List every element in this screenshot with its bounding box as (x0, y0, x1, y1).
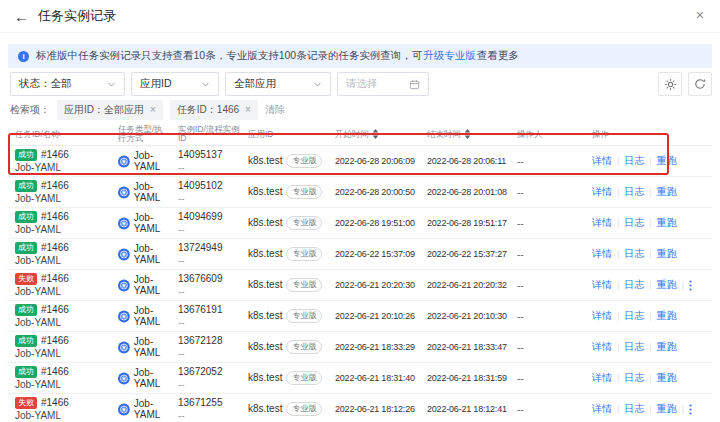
instance-id: 14095137 (178, 149, 240, 161)
log-link[interactable]: 日志 (624, 278, 644, 292)
rerun-link[interactable]: 重跑 (657, 402, 677, 416)
log-link[interactable]: 日志 (624, 247, 644, 261)
action-separator: | (682, 280, 684, 290)
filter-tag-label: 应用ID：全部应用 (64, 103, 144, 117)
rerun-link[interactable]: 重跑 (657, 247, 677, 261)
table-row[interactable]: 成功 #1466 Job-YAML Job-YAML 14095102 -- k… (7, 177, 712, 208)
log-link[interactable]: 日志 (624, 185, 644, 199)
app-select[interactable]: 全部应用 (225, 72, 331, 96)
filter-tag: 应用ID：全部应用 × (57, 100, 163, 120)
sort-icon[interactable] (372, 129, 379, 139)
rerun-link[interactable]: 重跑 (657, 340, 677, 354)
detail-link[interactable]: 详情 (592, 247, 612, 261)
table-row[interactable]: 成功 #1466 Job-YAML Job-YAML 13672052 -- k… (7, 363, 712, 394)
table-row[interactable]: 成功 #1466 Job-YAML Job-YAML 14095137 -- k… (7, 146, 712, 177)
rerun-link[interactable]: 重跑 (657, 185, 677, 199)
upgrade-link[interactable]: 升级专业版 (423, 49, 476, 61)
tag-close-icon[interactable]: × (150, 105, 156, 115)
detail-link[interactable]: 详情 (592, 371, 612, 385)
app-id: k8s.test (248, 279, 282, 290)
task-cell: 成功 #1466 Job-YAML (7, 148, 110, 174)
column-label: 应用ID (248, 130, 274, 139)
sort-icon[interactable] (464, 129, 471, 139)
task-name: Job-YAML (15, 255, 110, 267)
status-badge: 成功 (15, 149, 37, 161)
log-link[interactable]: 日志 (624, 154, 644, 168)
settings-button[interactable] (658, 72, 682, 96)
table-row[interactable]: 成功 #1466 Job-YAML Job-YAML 13676191 -- k… (7, 301, 712, 332)
app-id: k8s.test (248, 186, 282, 197)
banner-text-after: 查看更多 (477, 49, 519, 61)
app-id: k8s.test (248, 217, 282, 228)
detail-link[interactable]: 详情 (592, 154, 612, 168)
info-icon: i (18, 51, 29, 62)
task-cell: 成功 #1466 Job-YAML (7, 179, 110, 205)
action-separator: | (617, 373, 619, 383)
flow-instance-id: -- (178, 410, 240, 422)
table-row[interactable]: 失败 #1466 Job-YAML Job-YAML 13676609 -- k… (7, 270, 712, 301)
more-actions[interactable]: | (682, 404, 692, 415)
table-row[interactable]: 成功 #1466 Job-YAML Job-YAML 14094699 -- k… (7, 208, 712, 239)
action-separator: | (649, 373, 651, 383)
status-badge: 成功 (15, 180, 37, 192)
task-cell: 失败 #1466 Job-YAML (7, 272, 110, 298)
close-icon[interactable]: × (696, 8, 704, 22)
more-actions[interactable]: | (682, 280, 692, 291)
task-id: #1466 (41, 396, 69, 409)
column-label: 开始时间 (335, 130, 369, 139)
log-link[interactable]: 日志 (624, 402, 644, 416)
action-separator: | (617, 280, 619, 290)
rerun-link[interactable]: 重跑 (657, 154, 677, 168)
detail-link[interactable]: 详情 (592, 402, 612, 416)
kubernetes-icon (118, 247, 130, 262)
start-time: 2022-06-21 20:10:26 (327, 311, 419, 321)
detail-link[interactable]: 详情 (592, 216, 612, 230)
field-select[interactable]: 应用ID (131, 72, 219, 96)
end-time: 2022-06-21 18:31:59 (419, 373, 509, 383)
column-label: 任务类型/执行方式 (118, 125, 170, 143)
date-picker-input[interactable]: 请选择 (337, 72, 429, 96)
detail-link[interactable]: 详情 (592, 309, 612, 323)
flow-instance-id: -- (178, 224, 240, 236)
status-badge: 成功 (15, 304, 37, 316)
edition-badge: 专业版 (286, 371, 322, 385)
status-select[interactable]: 状态：全部 (10, 72, 125, 96)
column-header: 实例ID/流程实例ID (170, 125, 240, 143)
end-time: 2022-06-28 20:06:11 (419, 156, 509, 166)
kubernetes-icon (118, 371, 130, 386)
date-placeholder: 请选择 (346, 77, 378, 91)
log-link[interactable]: 日志 (624, 309, 644, 323)
rerun-link[interactable]: 重跑 (657, 216, 677, 230)
rerun-link[interactable]: 重跑 (657, 309, 677, 323)
detail-link[interactable]: 详情 (592, 340, 612, 354)
detail-link[interactable]: 详情 (592, 185, 612, 199)
back-arrow-icon[interactable]: ← (14, 9, 29, 24)
task-name: Job-YAML (15, 317, 110, 329)
flow-instance-id: -- (178, 317, 240, 329)
table-row[interactable]: 失败 #1466 Job-YAML Job-YAML 13671255 -- k… (7, 394, 712, 422)
rerun-link[interactable]: 重跑 (657, 371, 677, 385)
actions-cell: 详情 | 日志 | 重跑 (584, 154, 712, 168)
log-link[interactable]: 日志 (624, 340, 644, 354)
log-link[interactable]: 日志 (624, 371, 644, 385)
clear-filters-link[interactable]: 清除 (265, 103, 285, 117)
instance-cell: 13724949 -- (170, 242, 240, 267)
table-row[interactable]: 成功 #1466 Job-YAML Job-YAML 13672128 -- k… (7, 332, 712, 363)
tag-close-icon[interactable]: × (245, 105, 251, 115)
refresh-button[interactable] (688, 72, 712, 96)
table-row[interactable]: 成功 #1466 Job-YAML Job-YAML 13724949 -- k… (7, 239, 712, 270)
operator: -- (509, 280, 584, 291)
instance-id: 13676191 (178, 304, 240, 316)
end-time: 2022-06-21 18:12:41 (419, 404, 509, 414)
task-cell: 失败 #1466 Job-YAML (7, 396, 110, 422)
detail-link[interactable]: 详情 (592, 278, 612, 292)
action-separator: | (649, 311, 651, 321)
log-link[interactable]: 日志 (624, 216, 644, 230)
flow-instance-id: -- (178, 348, 240, 360)
column-header: 结束时间 (419, 129, 509, 139)
kubernetes-icon (118, 216, 130, 231)
app-id: k8s.test (248, 155, 282, 166)
rerun-link[interactable]: 重跑 (657, 278, 677, 292)
more-actions-icon (689, 404, 692, 415)
action-separator: | (649, 280, 651, 290)
